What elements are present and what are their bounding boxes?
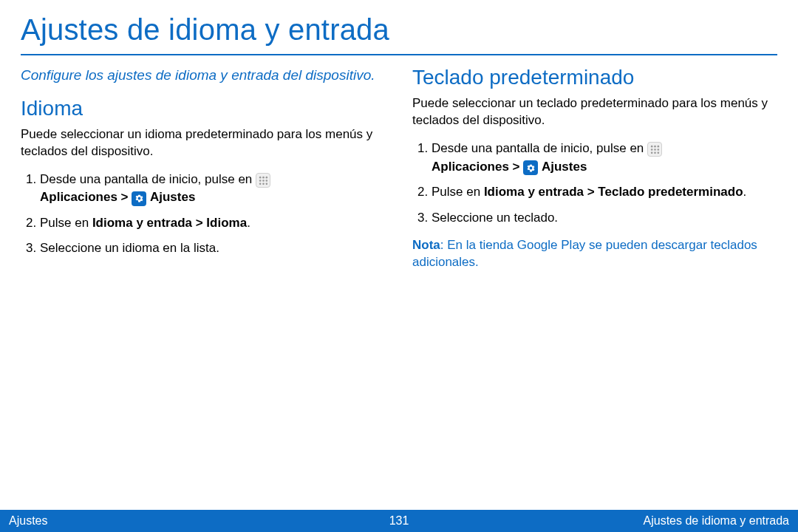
- step-bold: Idioma y entrada > Teclado predeterminad…: [484, 185, 743, 199]
- page-footer: Ajustes 131 Ajustes de idioma y entrada: [0, 510, 798, 532]
- step-bold: Aplicaciones >: [40, 190, 132, 204]
- page-intro: Configure los ajustes de idioma y entrad…: [21, 66, 386, 85]
- step-bold: Aplicaciones >: [432, 160, 523, 174]
- section-heading-teclado: Teclado predeterminado: [412, 66, 777, 89]
- steps-teclado: Desde una pantalla de inicio, pulse en A…: [412, 140, 777, 228]
- svg-point-2: [265, 176, 267, 178]
- step-text: .: [743, 185, 747, 199]
- svg-point-3: [259, 180, 261, 182]
- section-desc-teclado: Puede seleccionar un teclado predetermin…: [412, 95, 777, 129]
- section-heading-idioma: Idioma: [21, 97, 386, 120]
- footer-left: Ajustes: [9, 514, 47, 528]
- step-text: Seleccione un idioma en la lista.: [40, 241, 219, 255]
- step-text: Pulse en: [40, 216, 92, 230]
- step-item: Seleccione un idioma en la lista.: [40, 239, 386, 258]
- svg-point-13: [654, 149, 656, 151]
- step-text: Seleccione un teclado.: [432, 211, 558, 225]
- section-desc-idioma: Puede seleccionar un idioma predetermina…: [21, 126, 386, 160]
- step-bold: Ajustes: [542, 160, 587, 174]
- step-text: Desde una pantalla de inicio, pulse en: [432, 141, 647, 155]
- page-title: Ajustes de idioma y entrada: [21, 13, 777, 55]
- note-block: Nota: En la tienda Google Play se pueden…: [412, 237, 777, 271]
- svg-point-16: [654, 151, 656, 154]
- step-bold: Ajustes: [150, 190, 195, 204]
- apps-icon: [256, 173, 270, 188]
- step-text: Pulse en: [432, 185, 484, 199]
- content-columns: Configure los ajustes de idioma y entrad…: [21, 66, 777, 271]
- svg-point-11: [657, 146, 659, 148]
- left-column: Configure los ajustes de idioma y entrad…: [21, 66, 386, 271]
- svg-point-1: [262, 176, 265, 178]
- svg-point-12: [650, 149, 652, 151]
- svg-point-9: [650, 146, 652, 148]
- step-item: Desde una pantalla de inicio, pulse en A…: [40, 171, 386, 207]
- step-bold: Idioma y entrada > Idioma: [92, 216, 247, 230]
- svg-point-5: [265, 180, 267, 182]
- gear-icon: [523, 160, 538, 175]
- svg-point-10: [654, 146, 656, 148]
- svg-point-6: [259, 183, 261, 185]
- note-label: Nota: [412, 238, 440, 252]
- svg-point-4: [262, 180, 265, 182]
- document-page: Ajustes de idioma y entrada Configure lo…: [0, 0, 798, 532]
- step-item: Seleccione un teclado.: [432, 209, 777, 228]
- apps-icon: [647, 142, 662, 157]
- svg-point-15: [650, 151, 652, 154]
- steps-idioma: Desde una pantalla de inicio, pulse en A…: [21, 171, 386, 259]
- svg-point-0: [259, 176, 261, 178]
- footer-right: Ajustes de idioma y entrada: [644, 514, 789, 528]
- gear-icon: [132, 191, 146, 206]
- svg-point-17: [657, 151, 659, 154]
- step-item: Pulse en Idioma y entrada > Teclado pred…: [432, 183, 777, 202]
- svg-point-14: [657, 149, 659, 151]
- note-text: : En la tienda Google Play se pueden des…: [412, 238, 757, 269]
- svg-point-8: [265, 183, 267, 185]
- svg-point-7: [262, 183, 265, 185]
- step-text: Desde una pantalla de inicio, pulse en: [40, 172, 256, 186]
- step-item: Desde una pantalla de inicio, pulse en A…: [432, 140, 777, 176]
- step-item: Pulse en Idioma y entrada > Idioma.: [40, 214, 386, 233]
- right-column: Teclado predeterminado Puede seleccionar…: [412, 66, 777, 271]
- step-text: .: [247, 216, 250, 230]
